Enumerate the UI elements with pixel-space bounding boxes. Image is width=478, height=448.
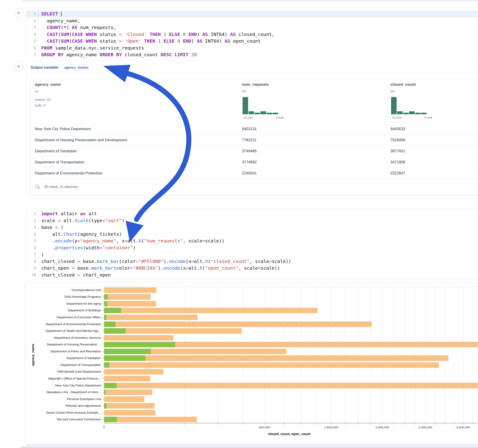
code-line[interactable]: 3 COUNT(*) AS num_requests, (26, 24, 478, 31)
line-number: 4 (26, 231, 38, 238)
text-cursor (61, 12, 62, 16)
line-number: 2 (26, 18, 38, 25)
gridline (405, 287, 405, 423)
code-line[interactable]: 5 CAST(SUM(CASE WHEN status = 'Open' THE… (26, 38, 478, 45)
python-code-editor[interactable]: 1import altair as alt2scale = alt.Scale(… (26, 210, 478, 278)
code-output-divider (26, 60, 478, 61)
code-line[interactable]: 6 .properties(width="container") (26, 244, 478, 251)
code-line[interactable]: 7GROUP BY agency_name ORDER BY closed_co… (26, 51, 478, 58)
line-number: 5 (26, 238, 38, 244)
code-line-text: scale = alt.Scale(type="sqrt") (38, 217, 478, 224)
gridline (382, 287, 383, 423)
table-row[interactable]: New York City Police Department945313194… (30, 123, 478, 134)
y-axis-tick (103, 399, 104, 399)
y-category-label: Department of Health and Mental Hyg… (46, 329, 101, 333)
closed-count-bar (104, 376, 150, 381)
table-row-count: 20 rows, 4 columns (44, 185, 78, 189)
histogram-min-label: 53,304 (392, 116, 402, 119)
column-type: i64 (390, 89, 395, 93)
table-row[interactable]: Department of Environmental Protection22… (30, 168, 478, 179)
histogram-min-label: 53,304 (244, 116, 253, 119)
table-row[interactable]: Department of Housing Preservation and D… (30, 134, 478, 145)
closed-count-bar (104, 308, 318, 313)
selected-cell-strip (21, 447, 478, 448)
table-row[interactable]: Department of Transportation377489234719… (30, 156, 478, 168)
code-line-text: alt.Chart(agency_tickets) (38, 231, 478, 238)
closed-count-bar (104, 294, 151, 300)
histogram-max-label: 9.5e6 (276, 116, 284, 119)
chevron-down-icon[interactable]: ⌄ (38, 224, 39, 231)
output-variable-pill[interactable]: agency_tickets (62, 64, 88, 70)
code-line[interactable]: 10chart_closed + chart_open (26, 272, 478, 279)
closed-count-bar (104, 383, 478, 388)
closed-count-bar (104, 396, 144, 402)
code-line[interactable]: 8chart_closed = base.mark_bar(color="#FF… (26, 258, 478, 265)
x-axis-tick (284, 423, 284, 425)
code-line[interactable]: 1import altair as alt (26, 210, 478, 217)
y-category-label: New York City Police Department (55, 384, 101, 387)
code-line[interactable]: 2 agency_name, (26, 18, 478, 25)
code-line[interactable]: 4 CAST(SUM(CASE WHEN status = 'Closed' T… (26, 31, 478, 38)
add-cell-button[interactable]: + (14, 8, 24, 18)
table-cell-closed_count: 3677651 (390, 145, 405, 156)
code-line-text: chart_open = base.mark_bar(color="#8BC34… (38, 265, 478, 272)
y-axis-tick (103, 379, 104, 379)
code-line-text: CAST(SUM(CASE WHEN status = 'Closed' THE… (38, 31, 478, 38)
table-cell-closed_count: 3471908 (390, 156, 405, 168)
code-line[interactable]: 6FROM sample_data.nyc.service_requests (26, 45, 478, 52)
output-variable-row: Output variable: agency_tickets (31, 64, 88, 71)
column-stat: nulls: 0 (35, 103, 45, 108)
sql-code-editor[interactable]: 1⌄SELECT 2 agency_name,3 COUNT(*) AS num… (26, 11, 478, 58)
code-line[interactable]: 7) (26, 251, 478, 258)
column-header[interactable]: num_requests (242, 82, 269, 87)
previous-cell-edge (22, 0, 478, 2)
gridline (265, 287, 265, 423)
code-line[interactable]: 2scale = alt.Scale(type="sqrt") (26, 217, 478, 224)
code-line-text: FROM sample_data.nyc.service_requests (38, 45, 478, 52)
gridline (472, 287, 472, 423)
x-tick-label: 2,400,000 (375, 426, 389, 429)
y-category-label: Operations Unit - Department of Hom… (46, 390, 101, 394)
column-type: str (35, 89, 38, 93)
code-line[interactable]: 3⌄base = ( (26, 224, 478, 231)
table-cell-num_requests: 3749485 (242, 145, 257, 156)
search-icon[interactable] (35, 184, 40, 189)
line-number: 10 (26, 272, 38, 279)
line-number: 1⌄ (26, 11, 38, 18)
open-count-bar (104, 308, 121, 313)
table-row[interactable]: Department of Sanitation37494853677651 (30, 145, 478, 156)
code-line[interactable]: 5 .encode(y="agency_name", x=alt.X("num_… (26, 238, 478, 244)
add-cell-button[interactable]: + (14, 62, 24, 71)
table-cell-agency_name: Department of Housing Preservation and D… (35, 134, 127, 145)
y-category-label: Department of Transportation (60, 363, 101, 367)
y-category-label: Department of Housing Preservation … (47, 343, 101, 346)
y-axis-tick (103, 297, 104, 297)
y-category-label: Department of Buildings (68, 309, 101, 312)
y-category-label: Taxi and Limousine Commission (56, 417, 101, 421)
code-line[interactable]: 9chart_open = base.mark_bar(color="#8BC3… (26, 265, 478, 272)
table-cell-agency_name: Department of Environmental Protection (35, 168, 102, 179)
open-count-bar (104, 389, 105, 395)
code-line[interactable]: 1⌄SELECT (26, 11, 478, 18)
column-header[interactable]: agency_name (35, 82, 61, 87)
closed-count-bar (104, 355, 448, 361)
gridline (184, 287, 184, 423)
y-category-label: Mayorâ€ s Office of Special Enforce… (48, 377, 101, 380)
line-number: 1 (26, 210, 38, 217)
gridline (370, 287, 371, 423)
column-header[interactable]: closed_count (390, 82, 416, 87)
code-line[interactable]: 4 alt.Chart(agency_tickets) (26, 231, 478, 238)
gridline (284, 287, 284, 423)
closed-count-bar (104, 362, 439, 368)
y-category-label: Senior Citizen Rent Increase Exempti… (46, 411, 101, 414)
x-tick-label: 800,000 (259, 426, 270, 429)
table-cell-closed_count: 9443533 (390, 123, 405, 134)
line-number: 4 (26, 31, 38, 38)
chevron-down-icon[interactable]: ⌄ (38, 11, 39, 18)
gridline (243, 287, 243, 423)
output-variable-label: Output variable: (31, 65, 59, 70)
y-axis-tick (103, 372, 104, 372)
x-axis-title: closed_count, open_count (268, 432, 311, 436)
table-cell-agency_name: Department of Transportation (35, 156, 84, 168)
x-tick-label: 1,600,000 (324, 426, 338, 429)
